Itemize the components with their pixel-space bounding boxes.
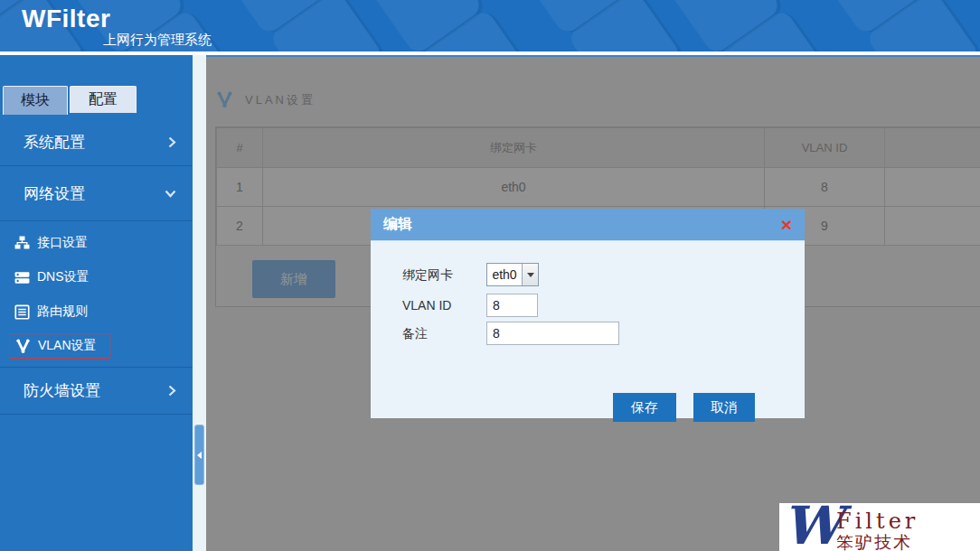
tab-config-label: 配置	[89, 90, 118, 109]
nic-select-value: eth0	[487, 264, 522, 285]
sidebar-item-firewall-settings[interactable]: 防火墙设置	[0, 367, 193, 415]
remark-label: 备注	[402, 322, 428, 345]
edit-modal-body: 绑定网卡 eth0 VLAN ID 备注 保存 取消	[371, 241, 805, 418]
content-top-accent	[206, 55, 980, 57]
tab-modules-label: 模块	[21, 91, 50, 110]
save-button[interactable]: 保存	[613, 393, 676, 422]
sitemap-icon	[14, 236, 30, 251]
chevron-down-icon	[165, 190, 176, 198]
sidebar-item-interface-settings[interactable]: 接口设置	[0, 226, 193, 260]
remark-field[interactable]	[486, 322, 619, 345]
chevron-right-icon	[168, 136, 176, 148]
brand-w-glyph: W	[783, 503, 842, 551]
sidebar-menu: 系统配置 网络设置 接口设置	[0, 118, 193, 415]
select-arrow-icon	[522, 264, 538, 285]
sidebar-item-label: 网络设置	[24, 183, 85, 204]
collapse-arrow-icon	[197, 452, 202, 459]
footer-brand: W Filter 笨驴技术	[779, 503, 980, 551]
sidebar: 模块 配置 系统配置 网络设置	[0, 55, 193, 551]
close-icon[interactable]: ×	[781, 215, 792, 234]
sidebar-item-label: 接口设置	[37, 235, 88, 251]
vlan-id-field[interactable]	[486, 294, 538, 317]
brand-company: 笨驴技术	[836, 531, 912, 551]
vlan-id-label: VLAN ID	[402, 294, 451, 317]
sidebar-collapse-handle[interactable]	[194, 425, 204, 485]
sidebar-item-label: 路由规则	[37, 304, 88, 320]
sidebar-item-routing-rules[interactable]: 路由规则	[0, 294, 193, 329]
sidebar-item-dns-settings[interactable]: DNS设置	[0, 260, 193, 294]
sidebar-item-vlan-settings[interactable]: VLAN设置	[0, 329, 193, 363]
nic-select[interactable]: eth0	[486, 263, 539, 286]
sidebar-item-label: 防火墙设置	[24, 380, 100, 401]
sidebar-item-label: DNS设置	[37, 269, 90, 285]
server-icon	[14, 270, 30, 285]
chevron-right-icon	[168, 385, 176, 397]
sidebar-item-system-config[interactable]: 系统配置	[0, 118, 193, 166]
app-logo: WFilter	[22, 5, 110, 33]
tab-modules[interactable]: 模块	[3, 86, 68, 115]
app-subtitle: 上网行为管理系统	[103, 32, 212, 49]
app-header: WFilter 上网行为管理系统	[0, 0, 980, 53]
sidebar-item-network-settings[interactable]: 网络设置	[0, 166, 193, 221]
brand-name: Filter	[836, 509, 919, 534]
edit-modal-header: 编辑 ×	[371, 209, 805, 241]
edit-modal: 编辑 × 绑定网卡 eth0 VLAN ID 备注 保存 取消	[371, 209, 805, 418]
modal-title: 编辑	[383, 215, 412, 234]
tab-config[interactable]: 配置	[70, 86, 137, 113]
network-submenu: 接口设置 DNS设置	[0, 221, 193, 367]
sidebar-tabs: 模块 配置	[0, 86, 193, 115]
vlan-icon	[15, 339, 31, 354]
nic-label: 绑定网卡	[402, 263, 453, 286]
sidebar-item-label: VLAN设置	[38, 338, 97, 354]
cancel-button[interactable]: 取消	[693, 393, 755, 422]
vlan-highlight-box: VLAN设置	[9, 333, 110, 359]
sidebar-item-label: 系统配置	[24, 132, 85, 153]
list-icon	[14, 304, 30, 320]
